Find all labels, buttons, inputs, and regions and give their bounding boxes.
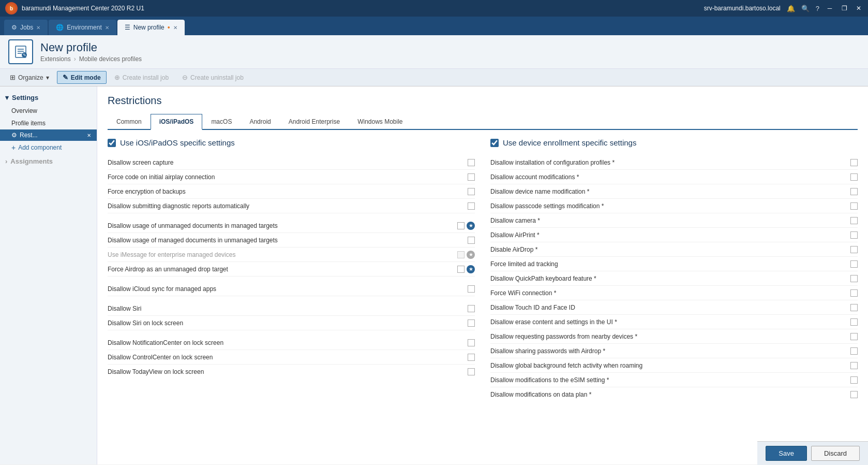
airdrop-unmanaged-controls: ★ (457, 265, 475, 273)
unmanaged-managed-checkbox[interactable] (457, 222, 465, 229)
siri-lock-checkbox[interactable] (468, 319, 475, 327)
airplay-controls (468, 173, 475, 181)
share-passwords-checkbox[interactable] (850, 347, 858, 355)
rtab-android[interactable]: Android (241, 114, 279, 130)
enrollment-enable-checkbox[interactable] (490, 139, 499, 147)
camera-checkbox[interactable] (850, 217, 858, 224)
assignments-label: Assignments (10, 157, 53, 165)
passcode-label: Disallow passcode settings modification … (490, 202, 850, 210)
encryption-checkbox[interactable] (468, 188, 475, 195)
tab-environment[interactable]: 🌐 Environment ✕ (49, 20, 116, 35)
erase-content-checkbox[interactable] (850, 318, 858, 326)
airplay-checkbox[interactable] (468, 173, 475, 181)
wifi-checkbox[interactable] (850, 289, 858, 297)
imessage-checkbox (457, 251, 465, 258)
airdrop-checkbox[interactable] (850, 246, 858, 253)
airprint-controls (850, 231, 858, 239)
organize-button[interactable]: ⊞ Organize ▾ (4, 71, 55, 84)
save-button[interactable]: Save (766, 446, 807, 461)
ad-tracking-controls (850, 260, 858, 268)
breadcrumb-extensions[interactable]: Extensions (40, 55, 71, 63)
add-icon: + (11, 143, 16, 152)
sidebar-item-overview[interactable]: Overview (0, 105, 97, 117)
passcode-checkbox[interactable] (850, 202, 858, 210)
discard-button[interactable]: Discard (811, 446, 860, 461)
rtab-ios[interactable]: iOS/iPadOS (151, 114, 203, 130)
control-lock-checkbox[interactable] (468, 354, 475, 361)
airprint-checkbox[interactable] (850, 231, 858, 239)
touch-face-id-checkbox[interactable] (850, 304, 858, 311)
siri-checkbox[interactable] (468, 305, 475, 312)
help-icon[interactable]: ? (816, 5, 819, 12)
wifi-controls (850, 289, 858, 297)
tab-newprofile[interactable]: ☰ New profile • ✕ (117, 20, 185, 35)
assignments-chevron-icon: › (5, 157, 7, 165)
search-icon[interactable]: 🔍 (801, 5, 810, 12)
airdrop-unmanaged-info[interactable]: ★ (467, 265, 475, 273)
bg-fetch-checkbox[interactable] (850, 362, 858, 369)
airdrop-unmanaged-checkbox[interactable] (457, 266, 465, 273)
icloud-sync-checkbox[interactable] (468, 285, 475, 293)
close-button[interactable]: ✕ (855, 4, 863, 12)
rtab-common[interactable]: Common (108, 114, 151, 130)
minimize-button[interactable]: ─ (826, 4, 834, 12)
setting-row-erase-content: Disallow erase content and settings in t… (490, 315, 858, 329)
screen-capture-checkbox[interactable] (468, 159, 475, 166)
rtab-macos[interactable]: macOS (202, 114, 241, 130)
managed-unmanaged-checkbox[interactable] (468, 237, 475, 244)
rtab-android-enterprise[interactable]: Android Enterprise (280, 114, 349, 130)
ad-tracking-checkbox[interactable] (850, 260, 858, 268)
notification-icon[interactable]: 🔔 (787, 5, 795, 12)
sidebar-restrictions-close[interactable]: ✕ (85, 132, 93, 139)
config-profiles-checkbox[interactable] (850, 159, 858, 166)
quickpath-checkbox[interactable] (850, 275, 858, 282)
rtab-windows-mobile[interactable]: Windows Mobile (349, 114, 411, 130)
account-mod-checkbox[interactable] (850, 173, 858, 181)
data-plan-controls (850, 391, 858, 398)
data-plan-checkbox[interactable] (850, 391, 858, 398)
sidebar-item-profile-items[interactable]: Profile items (0, 117, 97, 129)
sidebar-add-component[interactable]: + Add component (0, 141, 97, 154)
setting-row-passcode: Disallow passcode settings modification … (490, 199, 858, 213)
device-name-checkbox[interactable] (850, 188, 858, 195)
setting-row-config-profiles: Disallow installation of configuration p… (490, 155, 858, 170)
restrictions-gear-icon: ⚙ (11, 132, 17, 139)
esim-checkbox[interactable] (850, 376, 858, 384)
diagnostic-checkbox[interactable] (468, 202, 475, 210)
breadcrumb-separator: › (74, 55, 76, 63)
tab-jobs[interactable]: ⚙ Jobs ✕ (4, 20, 48, 35)
app-title: baramundi Management Center 2020 R2 U1 (22, 5, 144, 12)
uninstall-icon: ⊖ (182, 74, 188, 81)
restrictions-title: Restrictions (108, 95, 858, 107)
maximize-button[interactable]: ❐ (840, 4, 848, 12)
setting-row-siri-lock: Disallow Siri on lock screen (108, 316, 475, 330)
create-install-job-button[interactable]: ⊕ Create install job (109, 71, 174, 84)
header-area: ✎ New profile Extensions › Mobile device… (0, 35, 868, 69)
tab-environment-label: Environment (67, 24, 101, 31)
today-lock-checkbox[interactable] (468, 368, 475, 375)
ios-enable-checkbox[interactable] (108, 139, 116, 147)
notification-lock-checkbox[interactable] (468, 339, 475, 346)
nearby-passwords-checkbox[interactable] (850, 333, 858, 340)
screen-capture-label: Disallow screen capture (108, 159, 468, 166)
touch-face-id-controls (850, 304, 858, 311)
airplay-label: Force code on initial airplay connection (108, 173, 468, 181)
control-lock-label: Disallow ControlCenter on lock screen (108, 354, 468, 361)
edit-mode-button[interactable]: ✎ Edit mode (57, 71, 107, 84)
unmanaged-managed-info[interactable]: ★ (467, 222, 475, 230)
setting-row-esim: Disallow modifications to the eSIM setti… (490, 373, 858, 387)
rtab-android-label: Android (249, 118, 271, 125)
unmanaged-managed-controls: ★ (457, 222, 475, 230)
imessage-info[interactable]: ★ (467, 251, 475, 259)
create-uninstall-job-button[interactable]: ⊖ Create uninstall job (176, 71, 249, 84)
tab-environment-close[interactable]: ✕ (105, 25, 109, 31)
tab-jobs-close[interactable]: ✕ (36, 25, 40, 31)
assignments-group-header[interactable]: › Assignments (0, 154, 97, 168)
tab-newprofile-close[interactable]: ✕ (173, 25, 177, 31)
edit-mode-icon: ✎ (63, 74, 68, 81)
tabbar: ⚙ Jobs ✕ 🌐 Environment ✕ ☰ New profile •… (0, 17, 868, 35)
settings-group-header[interactable]: ▾ Settings (0, 91, 97, 105)
sidebar-item-restrictions-row: ⚙ Rest... ✕ (0, 129, 97, 141)
sidebar-item-restrictions[interactable]: ⚙ Rest... (11, 132, 38, 139)
screen-capture-controls (468, 159, 475, 166)
